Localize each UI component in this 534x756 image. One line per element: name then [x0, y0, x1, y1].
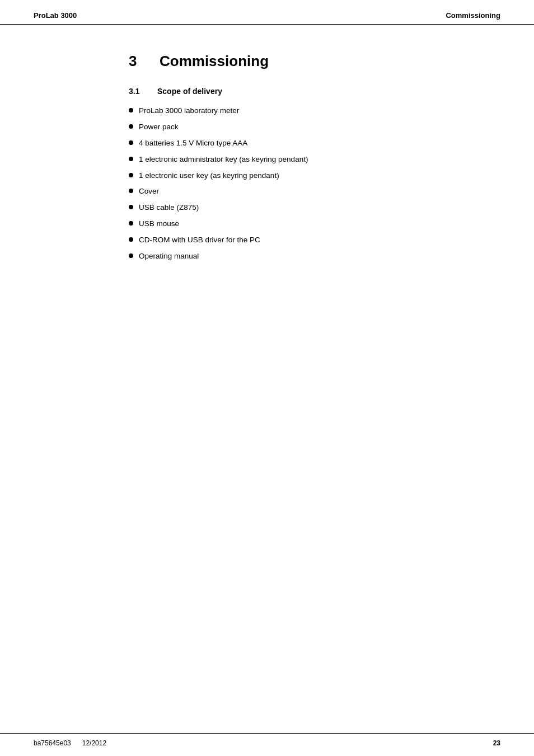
list-item: 1 electronic user key (as keyring pendan…: [129, 171, 500, 181]
bullet-dot-icon: [129, 221, 133, 226]
bullet-dot-icon: [129, 173, 133, 177]
chapter-heading: 3 Commissioning: [129, 53, 500, 70]
section-title: Scope of delivery: [157, 87, 222, 96]
list-item: 1 electronic administrator key (as keyri…: [129, 154, 500, 165]
list-item: ProLab 3000 laboratory meter: [129, 106, 500, 116]
bullet-dot-icon: [129, 108, 133, 112]
bullet-dot-icon: [129, 205, 133, 209]
list-item-text: USB mouse: [139, 219, 179, 229]
footer-date: 12/2012: [82, 739, 106, 747]
bullet-list: ProLab 3000 laboratory meterPower pack4 …: [129, 106, 500, 262]
bullet-dot-icon: [129, 140, 133, 145]
chapter-number: 3: [129, 53, 148, 70]
list-item: USB mouse: [129, 219, 500, 229]
list-item-text: Power pack: [139, 122, 179, 133]
list-item: Cover: [129, 186, 500, 197]
page-container: ProLab 3000 Commissioning 3 Commissionin…: [0, 0, 534, 756]
list-item-text: ProLab 3000 laboratory meter: [139, 106, 239, 116]
list-item-text: CD-ROM with USB driver for the PC: [139, 235, 260, 246]
list-item-text: Cover: [139, 186, 159, 197]
section-heading: 3.1 Scope of delivery: [129, 87, 500, 96]
footer-page-number: 23: [493, 739, 500, 747]
list-item: CD-ROM with USB driver for the PC: [129, 235, 500, 246]
bullet-dot-icon: [129, 253, 133, 258]
list-item-text: USB cable (Z875): [139, 203, 199, 213]
header-left: ProLab 3000: [34, 11, 77, 20]
footer-left: ba75645e03 12/2012: [34, 739, 106, 747]
list-item: USB cable (Z875): [129, 203, 500, 213]
chapter-title: Commissioning: [160, 53, 269, 70]
list-item: Operating manual: [129, 251, 500, 262]
footer-doc-id: ba75645e03: [34, 739, 71, 747]
section-number: 3.1: [129, 87, 148, 96]
bullet-dot-icon: [129, 189, 133, 193]
list-item: Power pack: [129, 122, 500, 133]
bullet-dot-icon: [129, 124, 133, 129]
list-item: 4 batteries 1.5 V Micro type AAA: [129, 138, 500, 149]
bullet-dot-icon: [129, 237, 133, 242]
header-right: Commissioning: [446, 11, 500, 20]
page-header: ProLab 3000 Commissioning: [0, 0, 534, 25]
list-item-text: 1 electronic administrator key (as keyri…: [139, 154, 308, 165]
list-item-text: 4 batteries 1.5 V Micro type AAA: [139, 138, 247, 149]
list-item-text: 1 electronic user key (as keyring pendan…: [139, 171, 279, 181]
page-footer: ba75645e03 12/2012 23: [0, 733, 534, 756]
list-item-text: Operating manual: [139, 251, 199, 262]
main-content: 3 Commissioning 3.1 Scope of delivery Pr…: [0, 25, 534, 733]
bullet-dot-icon: [129, 157, 133, 161]
